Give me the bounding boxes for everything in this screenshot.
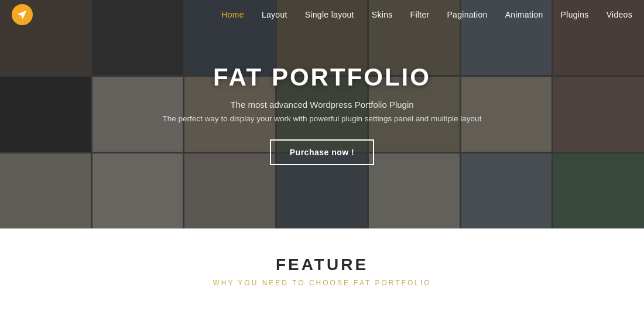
navbar: Home Layout Single layout Skins Filter P…: [0, 0, 644, 29]
nav-link-plugins[interactable]: Plugins: [561, 10, 589, 19]
nav-link-animation[interactable]: Animation: [505, 10, 543, 19]
hero-section: Home Layout Single layout Skins Filter P…: [0, 0, 644, 228]
nav-link-single-layout[interactable]: Single layout: [305, 10, 354, 19]
nav-item-layout[interactable]: Layout: [262, 9, 287, 20]
nav-link-filter[interactable]: Filter: [410, 10, 430, 19]
nav-item-home[interactable]: Home: [221, 9, 244, 20]
nav-item-skins[interactable]: Skins: [372, 9, 393, 20]
nav-item-filter[interactable]: Filter: [410, 9, 430, 20]
hero-description: The perfect way to display your work wit…: [117, 114, 527, 123]
nav-item-plugins[interactable]: Plugins: [561, 9, 589, 20]
nav-link-skins[interactable]: Skins: [372, 10, 393, 19]
hero-content: FAT PORTFOLIO The most advanced Wordpres…: [117, 63, 527, 165]
feature-subtitle: WHY YOU NEED TO CHOOSE FAT PORTFOLIO: [213, 279, 431, 287]
logo-icon[interactable]: [12, 4, 33, 25]
feature-title: FEATURE: [276, 255, 368, 274]
logo-wrapper[interactable]: [12, 4, 33, 25]
nav-item-single-layout[interactable]: Single layout: [305, 9, 354, 20]
nav-link-pagination[interactable]: Pagination: [447, 10, 487, 19]
nav-item-pagination[interactable]: Pagination: [447, 9, 487, 20]
purchase-button[interactable]: Purchase now !: [270, 139, 374, 165]
nav-link-videos[interactable]: Videos: [607, 10, 632, 19]
hero-subtitle: The most advanced Wordpress Portfolio Pl…: [117, 100, 527, 110]
nav-item-animation[interactable]: Animation: [505, 9, 543, 20]
nav-link-layout[interactable]: Layout: [262, 10, 287, 19]
feature-section: FEATURE WHY YOU NEED TO CHOOSE FAT PORTF…: [0, 228, 644, 314]
nav-links: Home Layout Single layout Skins Filter P…: [221, 9, 632, 20]
nav-item-videos[interactable]: Videos: [607, 9, 632, 20]
hero-title: FAT PORTFOLIO: [117, 63, 527, 91]
nav-link-home[interactable]: Home: [221, 10, 244, 19]
